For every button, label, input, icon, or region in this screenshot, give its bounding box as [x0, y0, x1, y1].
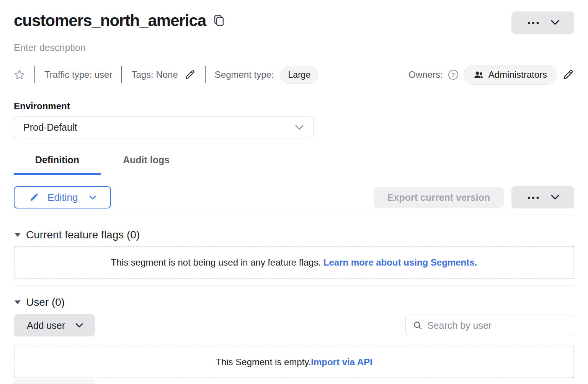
user-controls-row: Add user [14, 314, 574, 336]
feature-flags-empty-text: This segment is not being used in any fe… [111, 257, 321, 267]
feature-flags-section-title: Current feature flags (0) [26, 229, 140, 241]
import-via-api-link[interactable]: Import via API [311, 357, 372, 367]
add-user-button[interactable]: Add user [14, 314, 95, 336]
description-placeholder[interactable]: Enter description [14, 42, 574, 53]
ellipsis-icon: ••• [526, 19, 541, 27]
user-empty-state: This Segment is empty.Import via API [14, 346, 574, 378]
learn-more-segments-link[interactable]: Learn more about using Segments. [323, 257, 477, 267]
user-section-title: User (0) [26, 296, 65, 309]
feature-flags-section: Current feature flags (0) This segment i… [14, 229, 574, 279]
definition-toolbar: Editing Export current version ••• [14, 186, 574, 208]
chevron-down-icon [75, 323, 83, 328]
segment-type-badge: Large [280, 66, 319, 84]
export-current-version-button[interactable]: Export current version [374, 187, 504, 208]
chevron-down-icon [550, 20, 560, 26]
environment-selected-value: Prod-Default [23, 122, 77, 133]
environment-label: Environment [14, 101, 574, 112]
edit-owners-pencil-icon[interactable] [562, 69, 574, 81]
chevron-down-icon [550, 194, 560, 200]
ellipsis-icon: ••• [526, 194, 541, 202]
editing-label: Editing [47, 192, 78, 203]
editing-status-button[interactable]: Editing [14, 186, 111, 208]
divider [205, 66, 206, 83]
divider [121, 66, 122, 83]
definition-more-menu-button[interactable]: ••• [511, 186, 574, 208]
search-by-user-input[interactable] [427, 320, 567, 331]
user-empty-text: This Segment is empty. [216, 357, 311, 367]
tab-bar: Definition Audit logs [14, 154, 574, 175]
tab-definition[interactable]: Definition [14, 154, 101, 175]
people-icon [473, 70, 484, 79]
tags-label: Tags: None [131, 69, 178, 80]
divider [14, 215, 574, 215]
user-section-header[interactable]: User (0) [14, 296, 574, 309]
environment-select[interactable]: Prod-Default [14, 117, 314, 138]
page-title: customers_north_america [14, 11, 206, 30]
owners-label: Owners: [408, 69, 443, 80]
collapse-caret-icon [14, 232, 21, 238]
feature-flags-section-header[interactable]: Current feature flags (0) [14, 229, 574, 241]
owners-chip[interactable]: Administrators [464, 65, 557, 85]
add-user-label: Add user [27, 320, 65, 331]
feature-flags-empty-state: This segment is not being used in any fe… [14, 246, 574, 279]
chevron-down-icon [294, 125, 304, 131]
pencil-icon [29, 192, 39, 202]
tab-audit-logs[interactable]: Audit logs [105, 154, 188, 175]
user-search [405, 315, 574, 336]
collapse-caret-icon [14, 300, 21, 305]
header-more-menu-button[interactable]: ••• [511, 11, 574, 34]
user-section: User (0) Add user This [14, 296, 574, 378]
search-icon [413, 320, 423, 330]
traffic-type-label: Traffic type: user [44, 69, 112, 80]
chevron-down-icon [89, 195, 96, 200]
segment-type-label: Segment type: [215, 69, 274, 80]
divider [34, 66, 35, 83]
edit-tags-pencil-icon[interactable] [184, 69, 196, 80]
segment-detail-page: customers_north_america ••• Enter descri… [0, 0, 588, 378]
header: customers_north_america ••• [14, 11, 574, 34]
help-icon[interactable]: ? [448, 70, 458, 80]
owners-value: Administrators [488, 69, 547, 80]
cut-off-element [14, 379, 96, 384]
meta-row: Traffic type: user Tags: None Segment ty… [14, 65, 574, 85]
copy-icon[interactable] [214, 15, 224, 27]
star-icon[interactable] [14, 69, 25, 80]
divider [14, 286, 574, 286]
